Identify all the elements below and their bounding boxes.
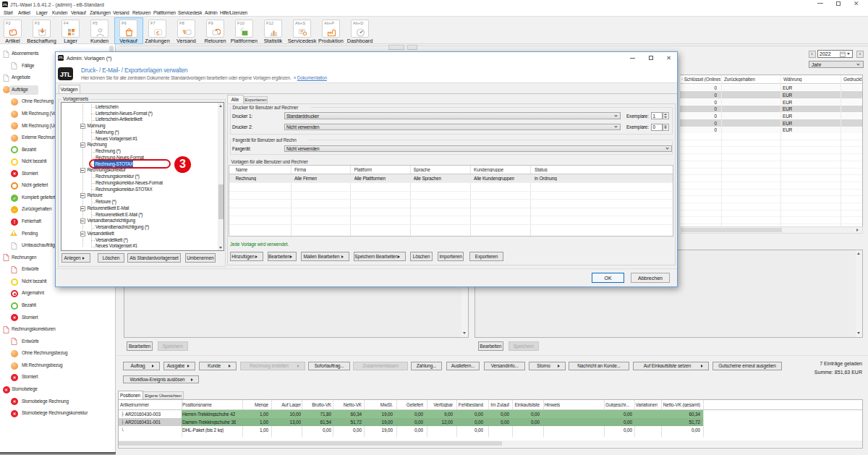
svg-text:€: € [156,30,160,36]
